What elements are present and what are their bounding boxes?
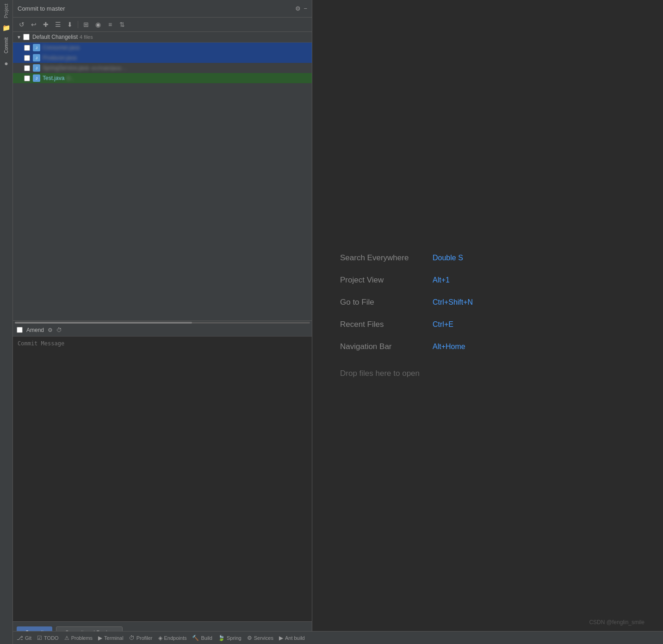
amend-checkbox[interactable] xyxy=(17,327,23,333)
commit-toolbar: ↺ ↩ ✚ ☰ ⬇ ⊞ ◉ ≡ ⇅ xyxy=(13,18,312,32)
grid-icon[interactable]: ⊞ xyxy=(81,19,91,30)
minimize-icon[interactable]: − xyxy=(304,5,307,12)
changelist-checkbox[interactable] xyxy=(23,34,30,40)
problems-icon: ⚠ xyxy=(64,635,69,641)
file-checkbox-4[interactable] xyxy=(24,75,30,81)
spring-label: Spring xyxy=(227,635,242,641)
amend-label: Amend xyxy=(26,327,44,333)
bottom-tab-build[interactable]: 🔨 Build xyxy=(192,635,212,641)
bottom-tab-endpoints[interactable]: ◈ Endpoints xyxy=(158,635,187,641)
bottom-tab-services[interactable]: ⚙ Services xyxy=(247,635,273,641)
java-file-icon-2: J xyxy=(33,54,40,61)
file-list: J Consumer.java J Producer.java J Spring… xyxy=(13,43,312,320)
commit-header: Commit to master ⚙ − xyxy=(13,0,312,18)
file-checkbox-1[interactable] xyxy=(24,45,30,51)
bottom-tab-git[interactable]: ⎇ Git xyxy=(17,635,31,641)
todo-label: TODO xyxy=(44,635,59,641)
bottom-tab-profiler[interactable]: ⏱ Profiler xyxy=(129,635,153,641)
bottom-tab-terminal[interactable]: ▶ Terminal xyxy=(98,635,124,641)
scrollbar-thumb[interactable] xyxy=(15,322,192,324)
shortcut-row-recent: Recent Files Ctrl+E xyxy=(340,320,635,329)
file-item[interactable]: J Consumer.java xyxy=(13,43,312,53)
toolbar-sep-1 xyxy=(78,21,78,28)
sidebar-tab-project[interactable]: Project xyxy=(2,0,11,22)
file-checkbox-3[interactable] xyxy=(24,65,30,71)
amend-settings-icon[interactable]: ⚙ xyxy=(48,327,53,333)
right-panel: Search Everywhere Double S Project View … xyxy=(312,0,663,644)
shortcut-label-nav: Navigation Bar xyxy=(340,342,433,351)
file-item[interactable]: J Producer.java xyxy=(13,53,312,63)
shortcut-key-nav: Alt+Home xyxy=(433,343,465,351)
bottom-tab-problems[interactable]: ⚠ Problems xyxy=(64,635,93,641)
settings-icon[interactable]: ⚙ xyxy=(295,5,301,12)
changelist-header: ▼ Default Changelist 4 files xyxy=(13,32,312,43)
shortcut-label-search: Search Everywhere xyxy=(340,253,433,263)
add-icon[interactable]: ✚ xyxy=(41,19,51,30)
changelist-count: 4 files xyxy=(80,34,93,40)
left-sidebar: Project 📁 Commit ● xyxy=(0,0,13,644)
services-label: Services xyxy=(254,635,273,641)
build-icon: 🔨 xyxy=(192,635,199,641)
diff-icon[interactable]: ≡ xyxy=(105,19,115,30)
file-name-2: Producer.java xyxy=(43,55,76,61)
spring-icon: 🍃 xyxy=(218,635,225,641)
services-icon: ⚙ xyxy=(247,635,252,641)
file-name-1: Consumer.java xyxy=(43,44,80,51)
shortcut-label-goto: Go to File xyxy=(340,298,433,307)
endpoints-label: Endpoints xyxy=(164,635,187,641)
shortcut-key-goto: Ctrl+Shift+N xyxy=(433,298,473,307)
problems-label: Problems xyxy=(71,635,93,641)
terminal-label: Terminal xyxy=(104,635,124,641)
ant-icon: ▶ xyxy=(279,635,283,641)
shortcut-row-drop: Drop files here to open xyxy=(340,364,635,378)
shortcut-row-search: Search Everywhere Double S xyxy=(340,253,635,263)
sidebar-folder-icon: 📁 xyxy=(1,23,12,33)
eye-icon[interactable]: ◉ xyxy=(93,19,103,30)
java-file-icon-1: J xyxy=(33,44,40,51)
sort-icon[interactable]: ⇅ xyxy=(117,19,127,30)
shortcut-row-goto: Go to File Ctrl+Shift+N xyxy=(340,298,635,307)
download-icon[interactable]: ⬇ xyxy=(65,19,75,30)
bottom-tab-spring[interactable]: 🍃 Spring xyxy=(218,635,242,641)
file-checkbox-2[interactable] xyxy=(24,55,30,61)
list-icon[interactable]: ☰ xyxy=(53,19,63,30)
amend-row: Amend ⚙ ⏱ xyxy=(13,324,312,337)
commit-panel: Commit to master ⚙ − ↺ ↩ ✚ ☰ ⬇ ⊞ ◉ ≡ ⇅ ▼… xyxy=(13,0,312,644)
changelist-name: Default Changelist xyxy=(32,34,78,40)
sidebar-dot-icon: ● xyxy=(1,58,12,68)
file-name-3: SpringService.java xyxy=(43,65,89,71)
ant-label: Ant build xyxy=(285,635,305,641)
bottom-bar: ⎇ Git ☑ TODO ⚠ Problems ▶ Terminal ⏱ Pro… xyxy=(13,631,663,644)
scrollbar-track xyxy=(15,322,310,324)
drop-files-label: Drop files here to open xyxy=(340,369,420,378)
shortcut-label-recent: Recent Files xyxy=(340,320,433,329)
file-path-4: D... xyxy=(67,75,74,81)
watermark: CSDN @fenglin_smile xyxy=(589,619,644,626)
sidebar-tab-commit[interactable]: Commit xyxy=(2,34,11,57)
undo-icon[interactable]: ↩ xyxy=(29,19,39,30)
file-item[interactable]: J SpringService.java src/main/java ... xyxy=(13,63,312,73)
profiler-icon: ⏱ xyxy=(129,635,135,641)
bottom-tab-todo[interactable]: ☑ TODO xyxy=(37,635,59,641)
shortcut-label-project: Project View xyxy=(340,276,433,285)
commit-message-input[interactable] xyxy=(13,337,312,622)
scrollbar-area[interactable] xyxy=(13,320,312,324)
header-icons: ⚙ − xyxy=(295,5,307,12)
commit-title: Commit to master xyxy=(18,5,65,12)
collapse-arrow[interactable]: ▼ xyxy=(17,35,21,40)
shortcut-key-search: Double S xyxy=(433,254,463,262)
profiler-label: Profiler xyxy=(136,635,153,641)
git-icon: ⎇ xyxy=(17,635,23,641)
file-item[interactable]: J Test.java D... xyxy=(13,73,312,83)
git-label: Git xyxy=(25,635,31,641)
refresh-icon[interactable]: ↺ xyxy=(17,19,27,30)
todo-icon: ☑ xyxy=(37,635,42,641)
terminal-icon: ▶ xyxy=(98,635,102,641)
shortcut-row-nav: Navigation Bar Alt+Home xyxy=(340,342,635,351)
bottom-tab-antbuild[interactable]: ▶ Ant build xyxy=(279,635,305,641)
file-path-3: src/main/java ... xyxy=(91,65,127,71)
shortcut-key-recent: Ctrl+E xyxy=(433,320,453,329)
endpoints-icon: ◈ xyxy=(158,635,162,641)
amend-history-icon[interactable]: ⏱ xyxy=(56,327,62,333)
shortcut-row-project: Project View Alt+1 xyxy=(340,276,635,285)
